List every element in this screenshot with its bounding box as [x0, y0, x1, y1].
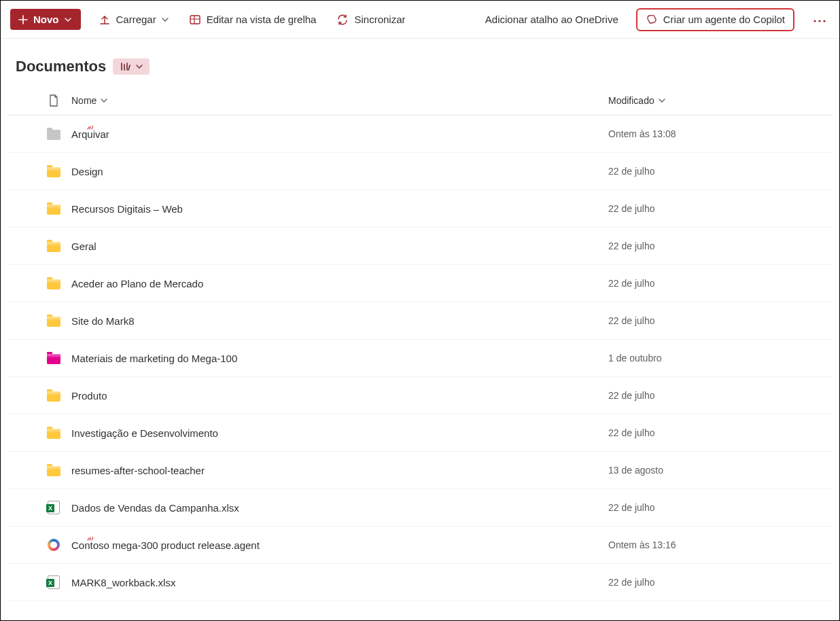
item-name[interactable]: Materiais de marketing do Mega-100: [69, 353, 608, 364]
page-title: Documentos: [16, 58, 106, 75]
copilot-icon: [646, 14, 658, 26]
item-name[interactable]: Dados de Vendas da Campanha.xlsx: [69, 502, 608, 514]
list-item[interactable]: MARK8_workback.xlsx22 de julho: [7, 564, 833, 601]
list-item[interactable]: Aceder ao Plano de Mercado22 de julho: [7, 265, 833, 302]
list-item[interactable]: Materiais de marketing do Mega-1001 de o…: [7, 340, 833, 377]
item-modified: 22 de julho: [608, 390, 655, 401]
chevron-down-icon: [65, 18, 71, 22]
item-modified: 22 de julho: [608, 315, 655, 326]
new-indicator-icon: [86, 124, 93, 130]
item-name[interactable]: Arquivar: [69, 128, 608, 140]
item-modified: 13 de agosto: [608, 465, 663, 476]
folder-icon: [47, 429, 60, 439]
chevron-down-icon: [659, 99, 665, 103]
command-bar: Novo Carregar Editar na vista de grelha …: [1, 1, 839, 39]
item-name[interactable]: MARK8_workback.xlsx: [69, 577, 608, 588]
add-shortcut-onedrive-button[interactable]: Adicionar atalho ao OneDrive: [483, 10, 621, 29]
item-name[interactable]: Aceder ao Plano de Mercado: [69, 278, 608, 289]
edit-grid-button[interactable]: Editar na vista de grelha: [186, 10, 319, 30]
modified-column-header[interactable]: Modificado: [608, 95, 654, 106]
item-modified: Ontem às 13:16: [608, 539, 676, 550]
upload-icon: [99, 14, 111, 26]
folder-icon: [47, 205, 60, 215]
file-icon: [48, 94, 59, 107]
excel-file-icon: [48, 501, 60, 514]
list-item[interactable]: Contoso mega-300 product release.agentOn…: [7, 527, 833, 564]
add-shortcut-label: Adicionar atalho ao OneDrive: [485, 14, 618, 25]
list-item[interactable]: Produto22 de julho: [7, 377, 833, 414]
folder-icon: [47, 130, 60, 140]
new-button-label: Novo: [33, 14, 59, 25]
item-name[interactable]: resumes-after-school-teacher: [69, 465, 608, 476]
copilot-label: Criar um agente do Copilot: [663, 14, 785, 25]
chevron-down-icon: [162, 18, 169, 22]
upload-label: Carregar: [116, 14, 156, 25]
edit-grid-label: Editar na vista de grelha: [207, 14, 317, 25]
folder-icon: [47, 317, 60, 327]
file-list: ArquivarOntem às 13:08Design22 de julhoR…: [7, 116, 833, 601]
copilot-agent-icon: [48, 539, 60, 551]
folder-icon: [47, 167, 60, 177]
folder-icon: [47, 391, 60, 402]
list-item[interactable]: Design22 de julho: [7, 153, 833, 190]
plus-icon: [18, 15, 28, 24]
folder-icon: [47, 279, 60, 289]
folder-icon: [47, 466, 60, 476]
folder-icon: [47, 354, 60, 364]
item-modified: 22 de julho: [608, 241, 655, 251]
item-name[interactable]: Investigação e Desenvolvimento: [69, 427, 608, 439]
new-indicator-icon: [86, 535, 93, 542]
new-button[interactable]: Novo: [10, 9, 81, 30]
item-modified: 22 de julho: [608, 577, 655, 588]
item-name[interactable]: Produto: [69, 390, 608, 402]
item-modified: Ontem às 13:08: [608, 128, 676, 139]
library-heading: Documentos: [7, 58, 833, 75]
sync-label: Sincronizar: [354, 14, 405, 25]
list-item[interactable]: Recursos Digitais – Web22 de julho: [7, 190, 833, 228]
item-name[interactable]: Site do Mark8: [69, 315, 608, 327]
item-modified: 22 de julho: [608, 203, 655, 214]
list-item[interactable]: Dados de Vendas da Campanha.xlsx22 de ju…: [7, 489, 833, 527]
item-modified: 22 de julho: [608, 278, 655, 289]
item-name[interactable]: Geral: [69, 241, 608, 252]
create-copilot-agent-button[interactable]: Criar um agente do Copilot: [636, 8, 794, 31]
library-view-icon: [120, 61, 130, 72]
svg-point-3: [823, 20, 825, 22]
list-item[interactable]: ArquivarOntem às 13:08: [7, 116, 833, 153]
folder-icon: [47, 242, 60, 252]
content-area: Documentos Nome Modificado ArquivarOntem…: [1, 39, 839, 601]
list-item[interactable]: resumes-after-school-teacher13 de agosto: [7, 452, 833, 489]
item-modified: 22 de julho: [608, 166, 655, 177]
file-type-column-header[interactable]: [39, 94, 69, 107]
sync-button[interactable]: Sincronizar: [334, 10, 408, 30]
list-item[interactable]: Site do Mark822 de julho: [7, 302, 833, 340]
list-item[interactable]: Investigação e Desenvolvimento22 de julh…: [7, 414, 833, 452]
more-commands-button[interactable]: [809, 10, 830, 29]
svg-rect-0: [190, 16, 200, 24]
view-switcher[interactable]: [113, 58, 150, 75]
item-name[interactable]: Contoso mega-300 product release.agent: [69, 539, 608, 551]
name-column-header[interactable]: Nome: [71, 95, 97, 106]
grid-icon: [189, 14, 201, 26]
sync-icon: [336, 14, 349, 26]
list-item[interactable]: Geral22 de julho: [7, 228, 833, 265]
item-name[interactable]: Recursos Digitais – Web: [69, 203, 608, 215]
excel-file-icon: [48, 575, 60, 589]
chevron-down-icon: [136, 65, 143, 69]
svg-point-1: [813, 20, 816, 22]
list-header-row: Nome Modificado: [7, 88, 833, 116]
chevron-down-icon: [101, 99, 107, 103]
svg-point-2: [818, 20, 820, 22]
item-name[interactable]: Design: [69, 166, 608, 177]
item-modified: 1 de outubro: [608, 353, 662, 363]
item-modified: 22 de julho: [608, 502, 655, 513]
item-modified: 22 de julho: [608, 427, 655, 438]
upload-button[interactable]: Carregar: [96, 10, 171, 30]
more-horizontal-icon: [813, 20, 826, 22]
